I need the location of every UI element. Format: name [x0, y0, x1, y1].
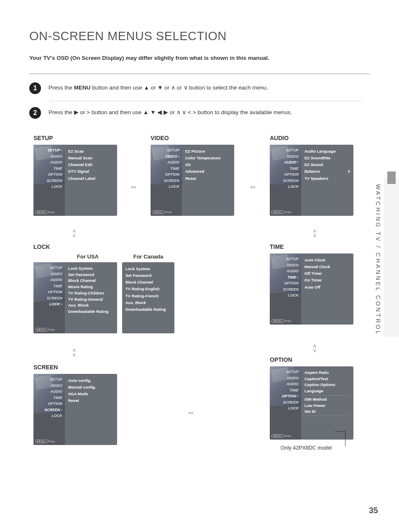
step-2: 2 Press the ▶ or > button and then use ▲… [29, 107, 370, 123]
nav-screen: SCREEN [33, 407, 62, 413]
osd-setup: SETUP VIDEO AUDIO TIME OPTION SCREEN LOC… [33, 145, 117, 216]
menu-screen: SCREEN SETUP VIDEO AUDIO TIME OPTION SCR… [33, 364, 117, 445]
osd-screen-items: Auto config. Manual config. XGA Mode Res… [65, 374, 117, 445]
arrow-ud-icon: ∧∨ [313, 344, 317, 353]
lock-usa-label: For USA [59, 253, 117, 260]
nav-option: OPTION [270, 393, 299, 399]
osd-nav-list: SETUP VIDEO AUDIO TIME OPTION SCREEN LOC… [270, 256, 301, 299]
list-item: Auto Clock [304, 257, 350, 263]
menu-option-title: OPTION [270, 356, 353, 363]
osd-option-items: Aspect Ratio Caption/Text Caption Option… [301, 366, 353, 440]
list-item: EZ Sound [304, 161, 350, 168]
arrow-lr-icon [131, 184, 136, 190]
nav-lock: LOCK [33, 413, 62, 419]
list-item: Channel Edit [68, 161, 114, 168]
nav-screen: SCREEN [270, 399, 299, 406]
nav-audio: AUDIO [270, 159, 299, 166]
osd-prev: MENUPrev. [271, 210, 292, 214]
menu-video-title: VIDEO [151, 135, 234, 141]
osd-audio-items: Audio Language EZ SoundRite EZ Sound Bal… [301, 145, 353, 216]
menu-lock: LOCK For USA SETUP VIDEO AUDIO TIME OPTI [33, 243, 174, 333]
list-item: Lock System [125, 266, 171, 272]
nav-setup: SETUP [33, 147, 62, 153]
list-item: Block Channel [125, 279, 171, 286]
nav-video: VIDEO [270, 153, 299, 160]
page-intro: Your TV's OSD (On Screen Display) may di… [29, 55, 370, 61]
list-item: Auto config. [68, 377, 114, 384]
osd-lock-canada-items: Lock System Set Password Block Channel T… [122, 262, 174, 333]
list-item: TV Rating-English [125, 286, 171, 292]
list-item: Reset [185, 175, 231, 182]
nav-audio: AUDIO [33, 159, 62, 166]
arrow-ud-icon: ∧∨ [72, 229, 76, 238]
osd-setup-items: EZ Scan Manual Scan Channel Edit DTV Sig… [65, 145, 117, 216]
nav-setup: SETUP [270, 256, 299, 262]
list-item: TV Rating-Children [68, 290, 114, 297]
nav-time: TIME [270, 166, 299, 172]
list-item: TV Rating-French [125, 293, 171, 299]
step-2-text: Press the ▶ or > button and then use ▲ ▼… [49, 107, 292, 119]
list-item: DTV Signal [68, 168, 114, 175]
nav-option: OPTION [270, 171, 299, 178]
nav-screen: SCREEN [33, 178, 62, 184]
nav-lock: LOCK [151, 184, 179, 190]
list-item: Language [304, 388, 350, 394]
callout-line [345, 432, 345, 446]
list-item: Manual config. [68, 384, 114, 391]
nav-audio: AUDIO [33, 389, 62, 395]
arrow-lr-icon [250, 184, 255, 190]
list-item: Movie Rating [68, 284, 114, 290]
nav-video: VIDEO [270, 262, 299, 269]
list-item: Manual Scan [68, 155, 114, 161]
nav-time: TIME [270, 387, 299, 394]
osd-prev: MENUPrev. [35, 328, 56, 332]
osd-time: SETUP VIDEO AUDIO TIME OPTION SCREEN LOC… [270, 253, 353, 325]
osd-time-items: Auto Clock Manual Clock Off Timer On Tim… [301, 253, 353, 325]
page-number: 35 [369, 506, 378, 515]
osd-screen: SETUP VIDEO AUDIO TIME OPTION SCREEN LOC… [33, 374, 117, 445]
menu-option: OPTION SETUP VIDEO AUDIO TIME OPTION SCR… [270, 356, 353, 440]
nav-audio: AUDIO [270, 268, 299, 274]
nav-screen: SCREEN [151, 178, 179, 184]
nav-time: TIME [33, 166, 62, 172]
step-number-badge: 2 [29, 107, 41, 119]
nav-lock: LOCK [270, 292, 299, 299]
list-item: EZ SoundRite [304, 155, 350, 161]
list-item: Auto Off [304, 284, 350, 291]
list-item: Downloadable Rating [68, 309, 114, 315]
list-item: Audio Language [304, 148, 350, 155]
nav-time: TIME [33, 283, 62, 289]
osd-nav-list: SETUP VIDEO AUDIO TIME OPTION SCREEN LOC… [33, 376, 65, 419]
side-tab [384, 178, 399, 337]
osd-nav-list: SETUP VIDEO AUDIO TIME OPTION SCREEN LOC… [33, 265, 65, 307]
nav-option: OPTION [151, 171, 179, 178]
osd-video-items: EZ Picture Color Temperature XD Advanced… [182, 145, 234, 216]
lock-canada-label: For Canada [122, 253, 174, 260]
list-item: Block Channel [68, 278, 114, 284]
nav-lock: LOCK [270, 184, 299, 190]
list-item: Channel Label [68, 175, 114, 182]
list-item: Advanced [185, 168, 231, 175]
menu-audio-title: AUDIO [270, 135, 353, 141]
list-item: Manual Clock [304, 263, 350, 270]
steps-list: 1 Press the MENU button and then use ▲ o… [29, 82, 370, 123]
text: Press the [49, 84, 74, 91]
step-1-text: Press the MENU button and then use ▲ or … [49, 82, 268, 94]
nav-setup: SETUP [270, 369, 299, 375]
list-item: Set ID [304, 409, 350, 416]
menu-setup: SETUP SETUP VIDEO AUDIO TIME OPTION SCRE… [33, 135, 117, 216]
list-item: Balance0 [304, 168, 350, 175]
list-item: Aspect Ratio [304, 370, 350, 376]
step-1: 1 Press the MENU button and then use ▲ o… [29, 82, 370, 98]
step-number-badge: 1 [29, 82, 41, 94]
page-title: ON-SCREEN MENUS SELECTION [29, 29, 370, 43]
nav-option: OPTION [33, 401, 62, 407]
osd-nav-list: SETUP VIDEO AUDIO TIME OPTION SCREEN LOC… [270, 147, 301, 190]
nav-audio: AUDIO [151, 159, 179, 166]
nav-option: OPTION [33, 289, 62, 295]
nav-option: OPTION [270, 280, 299, 286]
nav-time: TIME [151, 166, 179, 172]
list-item: Aux. Block [68, 302, 114, 309]
list-item: Downloadable Rating [125, 306, 171, 313]
side-section-label: WATCHING TV / CHANNEL CONTROL [375, 184, 381, 336]
